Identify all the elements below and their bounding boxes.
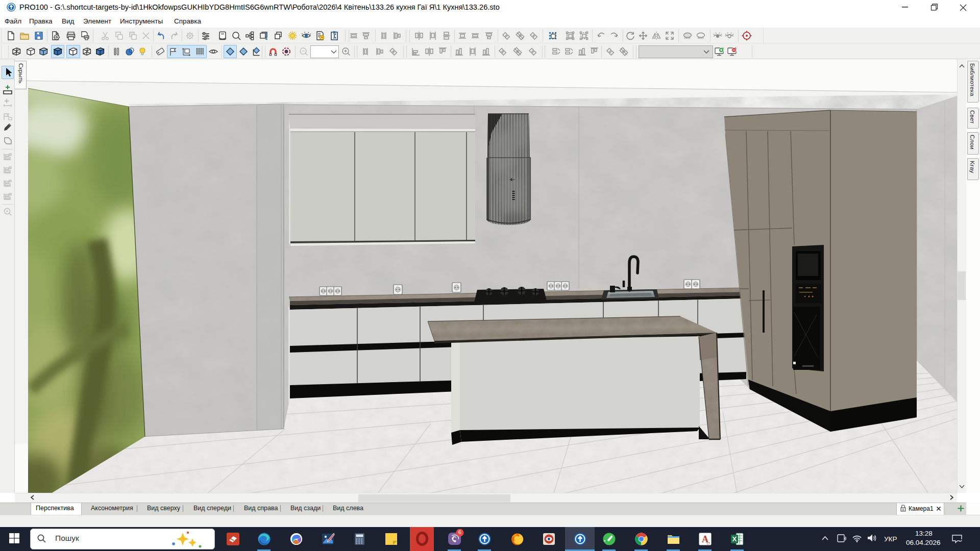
svg-text:LT: LT <box>707 542 710 545</box>
svg-text:6: 6 <box>458 529 461 535</box>
